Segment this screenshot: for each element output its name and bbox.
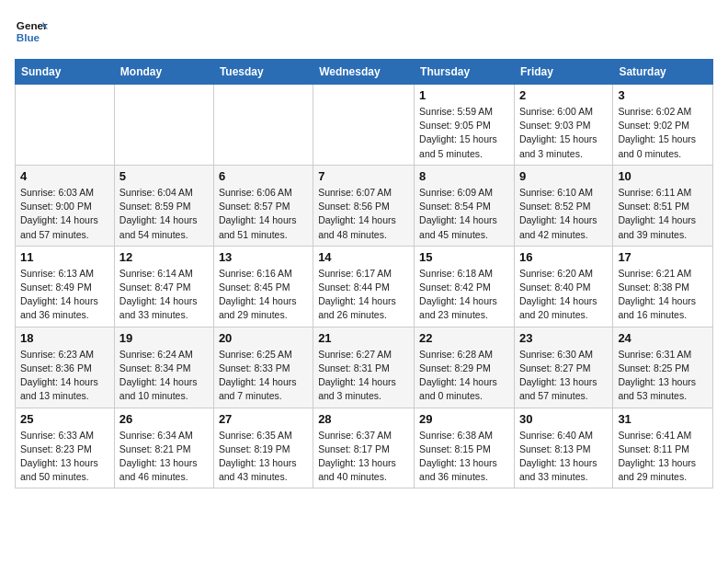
day-number: 16 — [519, 250, 608, 264]
day-info: Sunrise: 6:30 AMSunset: 8:27 PMDaylight:… — [519, 348, 608, 404]
weekday-header-saturday: Saturday — [613, 60, 713, 85]
calendar-cell — [313, 85, 415, 166]
day-info: Sunrise: 5:59 AMSunset: 9:05 PMDaylight:… — [419, 105, 509, 161]
day-info: Sunrise: 6:35 AMSunset: 8:19 PMDaylight:… — [219, 429, 308, 485]
calendar-cell: 13Sunrise: 6:16 AMSunset: 8:45 PMDayligh… — [213, 246, 313, 327]
calendar-cell: 5Sunrise: 6:04 AMSunset: 8:59 PMDaylight… — [114, 165, 213, 246]
day-number: 19 — [119, 331, 209, 345]
day-info: Sunrise: 6:41 AMSunset: 8:11 PMDaylight:… — [618, 429, 708, 485]
calendar-week-row: 25Sunrise: 6:33 AMSunset: 8:23 PMDayligh… — [16, 408, 713, 488]
calendar-cell: 4Sunrise: 6:03 AMSunset: 9:00 PMDaylight… — [16, 165, 115, 246]
calendar-cell: 9Sunrise: 6:10 AMSunset: 8:52 PMDaylight… — [514, 165, 612, 246]
day-info: Sunrise: 6:24 AMSunset: 8:34 PMDaylight:… — [119, 348, 209, 404]
day-info: Sunrise: 6:03 AMSunset: 9:00 PMDaylight:… — [20, 186, 109, 242]
day-number: 22 — [419, 331, 509, 345]
day-info: Sunrise: 6:23 AMSunset: 8:36 PMDaylight:… — [20, 348, 109, 404]
day-number: 17 — [618, 250, 708, 264]
calendar-cell: 26Sunrise: 6:34 AMSunset: 8:21 PMDayligh… — [114, 408, 213, 488]
calendar-cell: 10Sunrise: 6:11 AMSunset: 8:51 PMDayligh… — [613, 165, 713, 246]
day-number: 10 — [618, 169, 708, 183]
day-info: Sunrise: 6:33 AMSunset: 8:23 PMDaylight:… — [20, 429, 109, 485]
calendar-cell: 27Sunrise: 6:35 AMSunset: 8:19 PMDayligh… — [213, 408, 313, 488]
calendar-cell: 23Sunrise: 6:30 AMSunset: 8:27 PMDayligh… — [514, 327, 612, 408]
day-number: 13 — [219, 250, 308, 264]
calendar-cell: 18Sunrise: 6:23 AMSunset: 8:36 PMDayligh… — [16, 327, 115, 408]
day-info: Sunrise: 6:09 AMSunset: 8:54 PMDaylight:… — [419, 186, 509, 242]
calendar-cell: 25Sunrise: 6:33 AMSunset: 8:23 PMDayligh… — [16, 408, 115, 488]
day-info: Sunrise: 6:28 AMSunset: 8:29 PMDaylight:… — [419, 348, 509, 404]
calendar-header-row: SundayMondayTuesdayWednesdayThursdayFrid… — [16, 60, 713, 85]
calendar-cell: 6Sunrise: 6:06 AMSunset: 8:57 PMDaylight… — [213, 165, 313, 246]
day-number: 15 — [419, 250, 509, 264]
calendar-cell: 15Sunrise: 6:18 AMSunset: 8:42 PMDayligh… — [415, 246, 515, 327]
day-info: Sunrise: 6:00 AMSunset: 9:03 PMDaylight:… — [519, 105, 608, 161]
calendar-cell: 24Sunrise: 6:31 AMSunset: 8:25 PMDayligh… — [613, 327, 713, 408]
calendar-cell: 31Sunrise: 6:41 AMSunset: 8:11 PMDayligh… — [613, 408, 713, 488]
logo: General Blue — [15, 15, 53, 48]
calendar-cell: 8Sunrise: 6:09 AMSunset: 8:54 PMDaylight… — [415, 165, 515, 246]
day-number: 18 — [20, 331, 109, 345]
day-info: Sunrise: 6:34 AMSunset: 8:21 PMDaylight:… — [119, 429, 209, 485]
calendar-cell: 2Sunrise: 6:00 AMSunset: 9:03 PMDaylight… — [514, 85, 612, 166]
calendar-cell: 16Sunrise: 6:20 AMSunset: 8:40 PMDayligh… — [514, 246, 612, 327]
day-info: Sunrise: 6:40 AMSunset: 8:13 PMDaylight:… — [519, 429, 608, 485]
day-number: 6 — [219, 169, 308, 183]
calendar-cell: 3Sunrise: 6:02 AMSunset: 9:02 PMDaylight… — [613, 85, 713, 166]
day-number: 26 — [119, 412, 209, 426]
day-number: 27 — [219, 412, 308, 426]
day-info: Sunrise: 6:02 AMSunset: 9:02 PMDaylight:… — [618, 105, 708, 161]
day-number: 7 — [318, 169, 409, 183]
day-number: 5 — [119, 169, 209, 183]
calendar-week-row: 4Sunrise: 6:03 AMSunset: 9:00 PMDaylight… — [16, 165, 713, 246]
weekday-header-tuesday: Tuesday — [213, 60, 313, 85]
calendar-cell: 20Sunrise: 6:25 AMSunset: 8:33 PMDayligh… — [213, 327, 313, 408]
day-info: Sunrise: 6:31 AMSunset: 8:25 PMDaylight:… — [618, 348, 708, 404]
day-info: Sunrise: 6:06 AMSunset: 8:57 PMDaylight:… — [219, 186, 308, 242]
day-number: 8 — [419, 169, 509, 183]
calendar-cell — [213, 85, 313, 166]
calendar-cell: 11Sunrise: 6:13 AMSunset: 8:49 PMDayligh… — [16, 246, 115, 327]
day-info: Sunrise: 6:16 AMSunset: 8:45 PMDaylight:… — [219, 267, 308, 323]
day-number: 3 — [618, 88, 708, 102]
calendar-week-row: 1Sunrise: 5:59 AMSunset: 9:05 PMDaylight… — [16, 85, 713, 166]
day-number: 31 — [618, 412, 708, 426]
day-number: 14 — [318, 250, 409, 264]
day-number: 29 — [419, 412, 509, 426]
day-number: 2 — [519, 88, 608, 102]
calendar-cell — [114, 85, 213, 166]
day-number: 23 — [519, 331, 608, 345]
calendar-cell: 29Sunrise: 6:38 AMSunset: 8:15 PMDayligh… — [415, 408, 515, 488]
weekday-header-thursday: Thursday — [415, 60, 515, 85]
calendar-cell: 12Sunrise: 6:14 AMSunset: 8:47 PMDayligh… — [114, 246, 213, 327]
calendar-cell: 30Sunrise: 6:40 AMSunset: 8:13 PMDayligh… — [514, 408, 612, 488]
day-info: Sunrise: 6:07 AMSunset: 8:56 PMDaylight:… — [318, 186, 409, 242]
logo-icon: General Blue — [15, 15, 48, 48]
day-info: Sunrise: 6:25 AMSunset: 8:33 PMDaylight:… — [219, 348, 308, 404]
weekday-header-friday: Friday — [514, 60, 612, 85]
day-info: Sunrise: 6:21 AMSunset: 8:38 PMDaylight:… — [618, 267, 708, 323]
day-number: 4 — [20, 169, 109, 183]
day-info: Sunrise: 6:38 AMSunset: 8:15 PMDaylight:… — [419, 429, 509, 485]
day-info: Sunrise: 6:14 AMSunset: 8:47 PMDaylight:… — [119, 267, 209, 323]
weekday-header-wednesday: Wednesday — [313, 60, 415, 85]
calendar-cell: 14Sunrise: 6:17 AMSunset: 8:44 PMDayligh… — [313, 246, 415, 327]
day-info: Sunrise: 6:18 AMSunset: 8:42 PMDaylight:… — [419, 267, 509, 323]
calendar-week-row: 11Sunrise: 6:13 AMSunset: 8:49 PMDayligh… — [16, 246, 713, 327]
calendar-cell: 21Sunrise: 6:27 AMSunset: 8:31 PMDayligh… — [313, 327, 415, 408]
calendar-table: SundayMondayTuesdayWednesdayThursdayFrid… — [15, 59, 713, 488]
weekday-header-monday: Monday — [114, 60, 213, 85]
day-number: 11 — [20, 250, 109, 264]
day-number: 30 — [519, 412, 608, 426]
day-number: 9 — [519, 169, 608, 183]
calendar-cell: 19Sunrise: 6:24 AMSunset: 8:34 PMDayligh… — [114, 327, 213, 408]
day-number: 12 — [119, 250, 209, 264]
day-info: Sunrise: 6:37 AMSunset: 8:17 PMDaylight:… — [318, 429, 409, 485]
day-number: 20 — [219, 331, 308, 345]
day-number: 21 — [318, 331, 409, 345]
calendar-cell: 28Sunrise: 6:37 AMSunset: 8:17 PMDayligh… — [313, 408, 415, 488]
calendar-cell: 17Sunrise: 6:21 AMSunset: 8:38 PMDayligh… — [613, 246, 713, 327]
day-info: Sunrise: 6:17 AMSunset: 8:44 PMDaylight:… — [318, 267, 409, 323]
day-info: Sunrise: 6:04 AMSunset: 8:59 PMDaylight:… — [119, 186, 209, 242]
day-number: 28 — [318, 412, 409, 426]
weekday-header-sunday: Sunday — [16, 60, 115, 85]
